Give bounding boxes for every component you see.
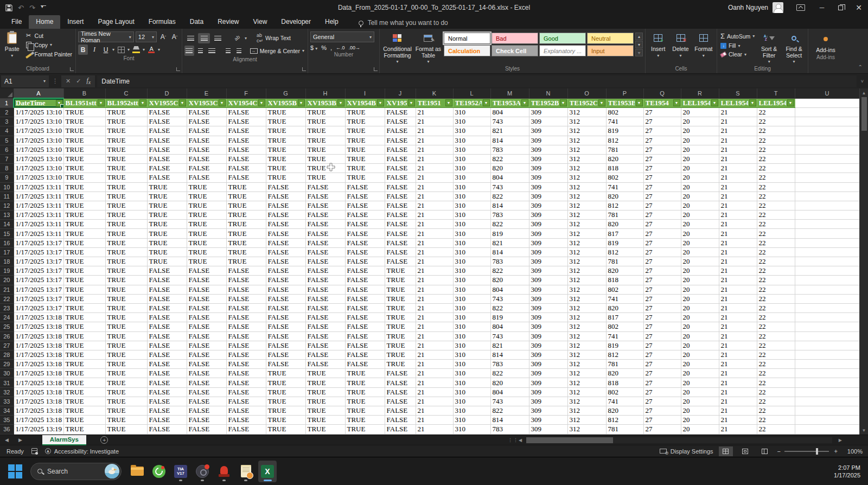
cell-D23[interactable]: FALSE: [147, 303, 187, 312]
cell-M35[interactable]: 814: [490, 416, 529, 425]
cell-C20[interactable]: TRUE: [105, 276, 147, 285]
cell-Q1[interactable]: TE1954▼: [643, 98, 681, 108]
cell-E27[interactable]: FALSE: [187, 341, 226, 350]
cell-P1[interactable]: TE1953B▼: [606, 98, 643, 108]
cell-E33[interactable]: FALSE: [187, 397, 226, 406]
cell-O5[interactable]: 312: [567, 136, 606, 145]
cell-B20[interactable]: TRUE: [63, 276, 105, 285]
row-number-27[interactable]: 27: [0, 341, 14, 350]
cell-D19[interactable]: FALSE: [147, 266, 187, 276]
cell-K1[interactable]: TE1951▼: [416, 98, 453, 108]
cell-I17[interactable]: FALSE: [345, 247, 385, 257]
cell-M16[interactable]: 821: [490, 238, 529, 247]
cell-A22[interactable]: 1/17/2025 13:17: [14, 294, 63, 303]
minimize-button[interactable]: ─: [813, 0, 831, 15]
cell-P28[interactable]: 812: [606, 350, 643, 359]
cell-R35[interactable]: 20: [681, 416, 719, 425]
cell-L4[interactable]: 310: [453, 126, 490, 136]
cell-H1[interactable]: XV1953B▼: [305, 98, 345, 108]
cell-D12[interactable]: TRUE: [147, 201, 187, 210]
cancel-icon[interactable]: ✕: [66, 78, 71, 85]
ribbon-display-options-icon[interactable]: [796, 4, 805, 11]
tab-developer[interactable]: Developer: [274, 15, 318, 29]
cell-E14[interactable]: TRUE: [187, 220, 226, 229]
expand-formula-bar-icon[interactable]: ˅: [857, 79, 868, 84]
cell-P22[interactable]: 741: [606, 294, 643, 303]
cell-L30[interactable]: 310: [453, 369, 490, 378]
cell-H9[interactable]: TRUE: [305, 173, 345, 182]
cell-F14[interactable]: TRUE: [226, 220, 266, 229]
cell-G27[interactable]: FALSE: [266, 341, 305, 350]
cell-S25[interactable]: 21: [719, 322, 757, 331]
cell-K3[interactable]: 21: [416, 117, 453, 126]
cell-H14[interactable]: FALSE: [305, 220, 345, 229]
cell-J7[interactable]: FALSE: [385, 154, 416, 163]
cell-T27[interactable]: 22: [757, 341, 795, 350]
cell-K18[interactable]: 21: [416, 257, 453, 266]
paste-button[interactable]: Paste▾: [2, 30, 22, 65]
cell-N11[interactable]: 309: [529, 192, 567, 201]
font-family-select[interactable]: Times New Roman▾: [78, 31, 134, 42]
cell-A12[interactable]: 1/17/2025 13:11: [14, 201, 63, 210]
column-header-U[interactable]: U: [795, 88, 859, 98]
cell-C15[interactable]: TRUE: [105, 229, 147, 238]
cell-Q30[interactable]: 27: [643, 369, 681, 378]
filter-button-S1[interactable]: ▼: [749, 99, 756, 106]
row-number-21[interactable]: 21: [0, 285, 14, 294]
cell-B27[interactable]: TRUE: [63, 341, 105, 350]
cell-D4[interactable]: FALSE: [147, 126, 187, 136]
cell-E2[interactable]: FALSE: [187, 108, 226, 117]
cell-C24[interactable]: TRUE: [105, 313, 147, 322]
cell-R13[interactable]: 20: [681, 210, 719, 220]
cell-H28[interactable]: FALSE: [305, 350, 345, 359]
select-all-corner[interactable]: [0, 88, 14, 98]
align-top-button[interactable]: [184, 33, 196, 43]
cell-G33[interactable]: TRUE: [266, 397, 305, 406]
cell-G5[interactable]: TRUE: [266, 136, 305, 145]
column-header-A[interactable]: A: [14, 88, 63, 98]
cell-J10[interactable]: FALSE: [385, 182, 416, 192]
cell-F23[interactable]: FALSE: [226, 303, 266, 312]
cell-H29[interactable]: FALSE: [305, 360, 345, 369]
fill-color-button[interactable]: [131, 44, 141, 55]
cell-E23[interactable]: FALSE: [187, 303, 226, 312]
cell-H27[interactable]: FALSE: [305, 341, 345, 350]
cell-H18[interactable]: FALSE: [305, 257, 345, 266]
cell-S16[interactable]: 21: [719, 238, 757, 247]
cell-B3[interactable]: TRUE: [63, 117, 105, 126]
cell-O21[interactable]: 312: [567, 285, 606, 294]
cell-J2[interactable]: FALSE: [385, 108, 416, 117]
tell-me-box[interactable]: Tell me what you want to do: [359, 19, 448, 27]
column-header-R[interactable]: R: [681, 88, 719, 98]
cell-J26[interactable]: TRUE: [385, 331, 416, 341]
cell-A21[interactable]: 1/17/2025 13:17: [14, 285, 63, 294]
row-number-8[interactable]: 8: [0, 164, 14, 173]
cell-K23[interactable]: 21: [416, 303, 453, 312]
cell-J9[interactable]: FALSE: [385, 173, 416, 182]
cell-G6[interactable]: TRUE: [266, 145, 305, 154]
cell-I13[interactable]: FALSE: [345, 210, 385, 220]
tab-review[interactable]: Review: [210, 15, 246, 29]
row-number-28[interactable]: 28: [0, 350, 14, 359]
scrollbar-grip[interactable]: ⋮⋮: [508, 437, 519, 443]
cell-B1[interactable]: BL1951stt▼: [63, 98, 105, 108]
cell-A16[interactable]: 1/17/2025 13:17: [14, 238, 63, 247]
cell-K8[interactable]: 21: [416, 164, 453, 173]
cell-O20[interactable]: 312: [567, 276, 606, 285]
cell-I6[interactable]: TRUE: [345, 145, 385, 154]
cell-D10[interactable]: TRUE: [147, 182, 187, 192]
cell-K2[interactable]: 21: [416, 108, 453, 117]
cell-R27[interactable]: 20: [681, 341, 719, 350]
column-header-G[interactable]: G: [266, 88, 305, 98]
cell-L26[interactable]: 310: [453, 331, 490, 341]
cell-O27[interactable]: 312: [567, 341, 606, 350]
cell-D28[interactable]: FALSE: [147, 350, 187, 359]
row-number-15[interactable]: 15: [0, 229, 14, 238]
cell-P36[interactable]: 781: [606, 425, 643, 434]
filter-button-R1[interactable]: ▼: [711, 99, 718, 106]
filter-button-I1[interactable]: ▼: [377, 99, 384, 106]
cell-G31[interactable]: TRUE: [266, 378, 305, 387]
cell-H26[interactable]: FALSE: [305, 331, 345, 341]
column-header-I[interactable]: I: [345, 88, 385, 98]
cell-C3[interactable]: TRUE: [105, 117, 147, 126]
